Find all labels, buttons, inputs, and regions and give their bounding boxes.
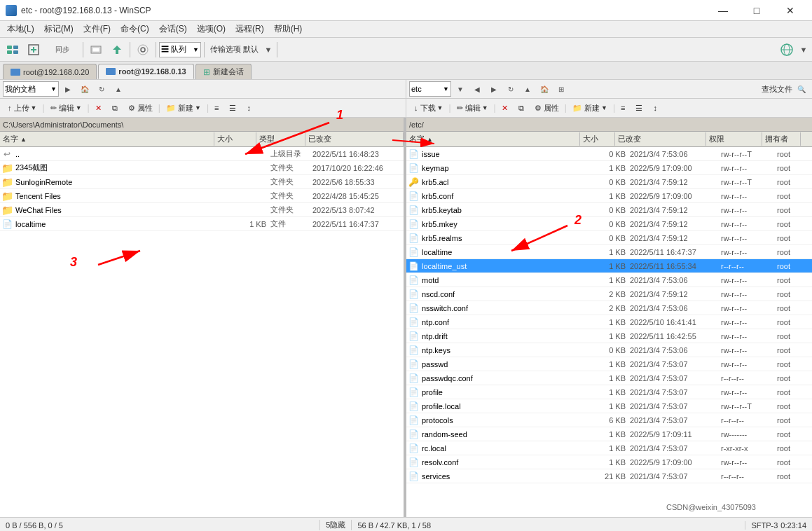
left-col-type[interactable]: 类型 — [256, 132, 305, 146]
globe-arrow[interactable]: ▼ — [798, 41, 809, 59]
right-file-row[interactable]: 📄 localtime 1 KB 2022/5/11 16:47:37 rw-r… — [406, 245, 812, 259]
file-icon: 📁 — [1, 205, 13, 216]
right-file-row[interactable]: 📄 keymap 1 KB 2022/5/9 17:09:00 rw-r--r-… — [406, 161, 812, 175]
right-file-row[interactable]: 📄 ntp.keys 0 KB 2021/3/4 7:53:06 rw-r--r… — [406, 343, 812, 357]
left-col-name[interactable]: 名字 ▲ — [0, 132, 214, 146]
left-file-row[interactable]: 📁 SunloginRemote 文件夹 2022/5/6 18:55:33 — [0, 175, 404, 189]
right-file-row[interactable]: 📄 issue 0 KB 2021/3/4 7:53:06 rw-r--r--T… — [406, 147, 812, 161]
right-nav-refresh[interactable]: ↻ — [503, 81, 518, 97]
minimize-button[interactable]: — — [707, 0, 739, 21]
right-nav-back[interactable]: ◀ — [469, 81, 485, 97]
left-col-date[interactable]: 已改变 — [305, 132, 404, 146]
left-sort-btn[interactable]: ↕ — [242, 100, 256, 116]
left-edit-btn[interactable]: ✏ 编辑 ▼ — [46, 100, 87, 116]
right-file-row[interactable]: 📄 krb5.mkey 0 KB 2021/3/4 7:59:12 rw-r--… — [406, 217, 812, 231]
menu-file[interactable]: 文件(F) — [79, 22, 115, 36]
left-filter-btn1[interactable]: ≡ — [209, 100, 223, 116]
tb-btn-4[interactable] — [107, 41, 127, 59]
maximize-button[interactable]: □ — [741, 0, 773, 21]
right-search-btn[interactable]: 🔍 — [794, 81, 809, 97]
left-file-row[interactable]: 📁 WeChat Files 文件夹 2022/5/13 8:07:42 — [0, 203, 404, 217]
left-col-size[interactable]: 大小 — [214, 132, 256, 146]
right-col-name[interactable]: 名字 ▲ — [406, 132, 580, 146]
right-filter-btn2[interactable]: ☰ — [631, 100, 647, 116]
right-file-row[interactable]: 📄 profile 1 KB 2021/3/4 7:53:07 rw-r--r-… — [406, 385, 812, 399]
left-file-row[interactable]: 📁 2345截图 文件夹 2017/10/20 16:22:46 — [0, 161, 404, 175]
right-file-row[interactable]: 📄 motd 1 KB 2021/3/4 7:53:06 rw-r--r-- r… — [406, 273, 812, 287]
right-file-row[interactable]: 📄 nscd.conf 2 KB 2021/3/4 7:59:12 rw-r--… — [406, 287, 812, 301]
right-file-row[interactable]: 📄 profile.local 1 KB 2021/3/4 7:53:07 rw… — [406, 399, 812, 413]
right-file-row[interactable]: 📄 protocols 6 KB 2021/3/4 7:53:07 r--r--… — [406, 413, 812, 427]
right-path-combo[interactable]: etc ▼ — [409, 81, 451, 97]
right-download-btn[interactable]: ↓ 下载 ▼ — [409, 100, 448, 116]
left-filter-btn2[interactable]: ☰ — [224, 100, 241, 116]
menu-help[interactable]: 帮助(H) — [270, 22, 307, 36]
left-copy-btn[interactable]: ⧉ — [107, 100, 123, 116]
right-col-perm[interactable]: 权限 — [706, 132, 762, 146]
right-sort-btn[interactable]: ↕ — [648, 100, 662, 116]
right-file-row[interactable]: 📄 resolv.conf 1 KB 2022/5/9 17:09:00 rw-… — [406, 455, 812, 469]
right-file-row[interactable]: 📄 ntp.conf 1 KB 2022/5/10 16:41:41 rw-r-… — [406, 315, 812, 329]
right-file-row[interactable]: 🔑 krb5.acl 0 KB 2021/3/4 7:59:12 rw-r--r… — [406, 175, 812, 189]
right-file-row[interactable]: 📄 passwdqc.conf 1 KB 2021/3/4 7:53:07 r-… — [406, 371, 812, 385]
tb-btn-1[interactable] — [3, 41, 22, 59]
session-tab-2[interactable]: root@192.168.0.13 — [98, 64, 193, 79]
right-file-row[interactable]: 📄 krb5.conf 1 KB 2022/5/9 17:09:00 rw-r-… — [406, 189, 812, 203]
right-nav-root[interactable]: ⊞ — [553, 81, 569, 97]
tb-settings-button[interactable] — [133, 41, 153, 59]
left-file-row[interactable]: ↩ .. 上级目录 2022/5/11 16:48:23 — [0, 147, 404, 161]
right-file-row[interactable]: 📄 krb5.keytab 0 KB 2021/3/4 7:59:12 rw-r… — [406, 203, 812, 217]
right-filter-btn1[interactable]: ≡ — [616, 100, 630, 116]
tb-btn-2[interactable] — [24, 41, 43, 59]
left-new-btn[interactable]: 📁 新建 ▼ — [161, 100, 206, 116]
menu-mark[interactable]: 标记(M) — [40, 22, 78, 36]
left-delete-btn[interactable]: ✕ — [90, 100, 106, 116]
right-col-size[interactable]: 大小 — [580, 132, 615, 146]
menu-remote[interactable]: 远程(R) — [231, 22, 268, 36]
menu-command[interactable]: 命令(C) — [116, 22, 153, 36]
right-file-row[interactable]: 📄 nsswitch.conf 2 KB 2021/3/4 7:53:06 rw… — [406, 301, 812, 315]
right-col-owner[interactable]: 拥有者 — [762, 132, 801, 146]
right-col-date[interactable]: 已改变 — [615, 132, 706, 146]
right-file-row[interactable]: 📄 random-seed 1 KB 2022/5/9 17:09:11 rw-… — [406, 427, 812, 441]
right-file-row[interactable]: 📄 krb5.realms 0 KB 2021/3/4 7:59:12 rw-r… — [406, 231, 812, 245]
tb-btn-3[interactable] — [86, 41, 106, 59]
right-nav-up[interactable]: ▲ — [520, 81, 535, 97]
right-delete-btn[interactable]: ✕ — [497, 100, 513, 116]
left-file-row[interactable]: 📄 localtime 1 KB 文件 2022/5/11 16:47:37 — [0, 217, 404, 231]
left-props-btn[interactable]: ⚙ 属性 — [123, 100, 158, 116]
left-upload-btn[interactable]: ↑ 上传 ▼ — [3, 100, 41, 116]
left-up-btn[interactable]: ▲ — [111, 81, 126, 97]
menu-options[interactable]: 选项(O) — [193, 22, 230, 36]
transfer-arrow[interactable]: ▼ — [263, 41, 274, 59]
left-nav-btn-2[interactable]: 🏠 — [77, 81, 92, 97]
right-file-row[interactable]: 📄 ntp.drift 1 KB 2022/5/11 16:42:55 rw-r… — [406, 329, 812, 343]
right-props-btn[interactable]: ⚙ 属性 — [530, 100, 564, 116]
right-nav-forward[interactable]: ▶ — [486, 81, 502, 97]
right-file-row[interactable]: 📄 passwd 1 KB 2021/3/4 7:53:07 rw-r--r--… — [406, 357, 812, 371]
session-tab-1[interactable]: root@192.168.0.20 — [3, 64, 97, 79]
left-nav-btn-1[interactable]: ▶ — [60, 81, 76, 97]
menu-session[interactable]: 会话(S) — [155, 22, 191, 36]
right-file-row[interactable]: 📄 rc.local 1 KB 2021/3/4 7:53:07 r-xr-xr… — [406, 441, 812, 455]
right-edit-btn[interactable]: ✏ 编辑 ▼ — [452, 100, 493, 116]
left-path-combo[interactable]: 我的文档 ▼ — [3, 81, 59, 97]
right-file-row[interactable]: 📄 localtime_ust 1 KB 2022/5/11 16:55:34 … — [406, 259, 812, 273]
find-files-btn[interactable]: 查找文件 — [762, 84, 792, 95]
menu-local[interactable]: 本地(L) — [3, 22, 39, 36]
title-bar: etc - root@192.168.0.13 - WinSCP — □ ✕ — [0, 0, 812, 21]
left-file-list[interactable]: ↩ .. 上级目录 2022/5/11 16:48:23 📁 2345截图 文件… — [0, 147, 404, 517]
right-file-list[interactable]: 📄 issue 0 KB 2021/3/4 7:53:06 rw-r--r--T… — [406, 147, 812, 517]
right-nav-home[interactable]: 🏠 — [537, 81, 552, 97]
close-button[interactable]: ✕ — [774, 0, 806, 21]
right-nav-btn-filter[interactable]: ▼ — [453, 81, 468, 97]
tb-sync-button[interactable]: 同步 — [45, 41, 80, 59]
right-copy-btn[interactable]: ⧉ — [514, 100, 529, 116]
queue-combo[interactable]: ☰ 队列 ▼ — [159, 42, 201, 57]
left-refresh-btn[interactable]: ↻ — [94, 81, 109, 97]
tb-globe-button[interactable] — [777, 41, 797, 59]
right-new-btn[interactable]: 📁 新建 ▼ — [567, 100, 612, 116]
left-file-row[interactable]: 📁 Tencent Files 文件夹 2022/4/28 15:45:25 — [0, 189, 404, 203]
session-tab-new[interactable]: ⊞ 新建会话 — [195, 64, 252, 79]
right-file-row[interactable]: 📄 services 21 KB 2021/3/4 7:53:07 r--r--… — [406, 469, 812, 483]
